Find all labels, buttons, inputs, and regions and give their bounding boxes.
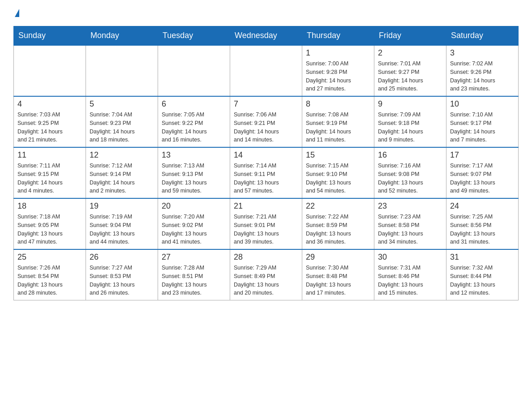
calendar-cell: 16Sunrise: 7:16 AM Sunset: 9:08 PM Dayli… <box>374 147 446 198</box>
calendar-cell: 17Sunrise: 7:17 AM Sunset: 9:07 PM Dayli… <box>446 147 519 198</box>
day-info: Sunrise: 7:16 AM Sunset: 9:08 PM Dayligh… <box>378 162 442 195</box>
calendar-cell: 20Sunrise: 7:20 AM Sunset: 9:02 PM Dayli… <box>158 198 230 249</box>
day-number: 11 <box>17 150 82 160</box>
day-info: Sunrise: 7:08 AM Sunset: 9:19 PM Dayligh… <box>306 111 370 144</box>
day-info: Sunrise: 7:11 AM Sunset: 9:15 PM Dayligh… <box>17 162 82 195</box>
day-number: 20 <box>162 201 226 211</box>
day-number: 4 <box>17 99 82 109</box>
calendar-cell: 9Sunrise: 7:09 AM Sunset: 9:18 PM Daylig… <box>374 96 446 147</box>
day-info: Sunrise: 7:01 AM Sunset: 9:27 PM Dayligh… <box>378 60 442 93</box>
day-info: Sunrise: 7:12 AM Sunset: 9:14 PM Dayligh… <box>90 162 154 195</box>
day-number: 21 <box>234 201 298 211</box>
day-number: 31 <box>450 253 515 262</box>
calendar-cell: 13Sunrise: 7:13 AM Sunset: 9:13 PM Dayli… <box>158 147 230 198</box>
day-info: Sunrise: 7:06 AM Sunset: 9:21 PM Dayligh… <box>234 111 298 144</box>
day-number: 14 <box>234 150 298 160</box>
day-info: Sunrise: 7:18 AM Sunset: 9:05 PM Dayligh… <box>17 213 82 246</box>
day-number: 1 <box>306 48 370 58</box>
day-info: Sunrise: 7:13 AM Sunset: 9:13 PM Dayligh… <box>162 162 226 195</box>
day-info: Sunrise: 7:28 AM Sunset: 8:51 PM Dayligh… <box>162 264 226 297</box>
calendar-cell: 10Sunrise: 7:10 AM Sunset: 9:17 PM Dayli… <box>446 96 519 147</box>
day-number: 18 <box>17 201 82 211</box>
day-info: Sunrise: 7:02 AM Sunset: 9:26 PM Dayligh… <box>450 60 515 93</box>
day-number: 28 <box>234 253 298 262</box>
day-number: 8 <box>306 99 370 109</box>
day-info: Sunrise: 7:30 AM Sunset: 8:48 PM Dayligh… <box>306 264 370 297</box>
weekday-header-tuesday: Tuesday <box>158 26 230 46</box>
day-info: Sunrise: 7:31 AM Sunset: 8:46 PM Dayligh… <box>378 264 442 297</box>
day-number: 9 <box>378 99 442 109</box>
day-number: 27 <box>162 253 226 262</box>
logo <box>13 9 19 17</box>
calendar-cell: 23Sunrise: 7:23 AM Sunset: 8:58 PM Dayli… <box>374 198 446 249</box>
calendar-cell <box>158 45 230 96</box>
day-info: Sunrise: 7:20 AM Sunset: 9:02 PM Dayligh… <box>162 213 226 246</box>
day-info: Sunrise: 7:27 AM Sunset: 8:53 PM Dayligh… <box>90 264 154 297</box>
calendar-cell: 26Sunrise: 7:27 AM Sunset: 8:53 PM Dayli… <box>86 249 158 300</box>
day-info: Sunrise: 7:21 AM Sunset: 9:01 PM Dayligh… <box>234 213 298 246</box>
day-info: Sunrise: 7:15 AM Sunset: 9:10 PM Dayligh… <box>306 162 370 195</box>
calendar-cell: 22Sunrise: 7:22 AM Sunset: 8:59 PM Dayli… <box>302 198 374 249</box>
calendar-cell: 14Sunrise: 7:14 AM Sunset: 9:11 PM Dayli… <box>230 147 302 198</box>
day-number: 19 <box>90 201 154 211</box>
day-info: Sunrise: 7:14 AM Sunset: 9:11 PM Dayligh… <box>234 162 298 195</box>
calendar-cell: 8Sunrise: 7:08 AM Sunset: 9:19 PM Daylig… <box>302 96 374 147</box>
day-number: 24 <box>450 201 515 211</box>
calendar-cell: 5Sunrise: 7:04 AM Sunset: 9:23 PM Daylig… <box>86 96 158 147</box>
day-info: Sunrise: 7:04 AM Sunset: 9:23 PM Dayligh… <box>90 111 154 144</box>
calendar-cell: 27Sunrise: 7:28 AM Sunset: 8:51 PM Dayli… <box>158 249 230 300</box>
calendar-cell: 11Sunrise: 7:11 AM Sunset: 9:15 PM Dayli… <box>14 147 86 198</box>
day-info: Sunrise: 7:09 AM Sunset: 9:18 PM Dayligh… <box>378 111 442 144</box>
day-info: Sunrise: 7:32 AM Sunset: 8:44 PM Dayligh… <box>450 264 515 297</box>
calendar-cell: 6Sunrise: 7:05 AM Sunset: 9:22 PM Daylig… <box>158 96 230 147</box>
day-info: Sunrise: 7:22 AM Sunset: 8:59 PM Dayligh… <box>306 213 370 246</box>
calendar-cell: 2Sunrise: 7:01 AM Sunset: 9:27 PM Daylig… <box>374 45 446 96</box>
week-row-5: 25Sunrise: 7:26 AM Sunset: 8:54 PM Dayli… <box>14 249 519 300</box>
day-info: Sunrise: 7:25 AM Sunset: 8:56 PM Dayligh… <box>450 213 515 246</box>
day-number: 2 <box>378 48 442 58</box>
day-number: 5 <box>90 99 154 109</box>
day-info: Sunrise: 7:10 AM Sunset: 9:17 PM Dayligh… <box>450 111 515 144</box>
weekday-header-monday: Monday <box>86 26 158 46</box>
day-info: Sunrise: 7:26 AM Sunset: 8:54 PM Dayligh… <box>17 264 82 297</box>
logo-triangle-icon <box>15 9 19 17</box>
day-number: 7 <box>234 99 298 109</box>
day-number: 3 <box>450 48 515 58</box>
day-number: 25 <box>17 253 82 262</box>
day-number: 12 <box>90 150 154 160</box>
week-row-1: 1Sunrise: 7:00 AM Sunset: 9:28 PM Daylig… <box>14 45 519 96</box>
calendar-cell: 21Sunrise: 7:21 AM Sunset: 9:01 PM Dayli… <box>230 198 302 249</box>
calendar-cell: 3Sunrise: 7:02 AM Sunset: 9:26 PM Daylig… <box>446 45 519 96</box>
day-number: 13 <box>162 150 226 160</box>
week-row-4: 18Sunrise: 7:18 AM Sunset: 9:05 PM Dayli… <box>14 198 519 249</box>
day-number: 23 <box>378 201 442 211</box>
day-number: 6 <box>162 99 226 109</box>
calendar-cell: 18Sunrise: 7:18 AM Sunset: 9:05 PM Dayli… <box>14 198 86 249</box>
calendar-cell: 4Sunrise: 7:03 AM Sunset: 9:25 PM Daylig… <box>14 96 86 147</box>
calendar-cell: 7Sunrise: 7:06 AM Sunset: 9:21 PM Daylig… <box>230 96 302 147</box>
calendar-cell <box>14 45 86 96</box>
calendar-cell: 24Sunrise: 7:25 AM Sunset: 8:56 PM Dayli… <box>446 198 519 249</box>
day-info: Sunrise: 7:03 AM Sunset: 9:25 PM Dayligh… <box>17 111 82 144</box>
calendar-cell: 12Sunrise: 7:12 AM Sunset: 9:14 PM Dayli… <box>86 147 158 198</box>
calendar-cell: 25Sunrise: 7:26 AM Sunset: 8:54 PM Dayli… <box>14 249 86 300</box>
week-row-3: 11Sunrise: 7:11 AM Sunset: 9:15 PM Dayli… <box>14 147 519 198</box>
weekday-header-row: SundayMondayTuesdayWednesdayThursdayFrid… <box>14 26 519 46</box>
calendar-cell <box>86 45 158 96</box>
weekday-header-saturday: Saturday <box>446 26 519 46</box>
calendar-cell: 29Sunrise: 7:30 AM Sunset: 8:48 PM Dayli… <box>302 249 374 300</box>
weekday-header-thursday: Thursday <box>302 26 374 46</box>
weekday-header-friday: Friday <box>374 26 446 46</box>
day-info: Sunrise: 7:00 AM Sunset: 9:28 PM Dayligh… <box>306 60 370 93</box>
calendar-cell: 28Sunrise: 7:29 AM Sunset: 8:49 PM Dayli… <box>230 249 302 300</box>
calendar-cell: 1Sunrise: 7:00 AM Sunset: 9:28 PM Daylig… <box>302 45 374 96</box>
day-number: 10 <box>450 99 515 109</box>
week-row-2: 4Sunrise: 7:03 AM Sunset: 9:25 PM Daylig… <box>14 96 519 147</box>
weekday-header-wednesday: Wednesday <box>230 26 302 46</box>
day-number: 29 <box>306 253 370 262</box>
calendar-cell: 19Sunrise: 7:19 AM Sunset: 9:04 PM Dayli… <box>86 198 158 249</box>
day-number: 30 <box>378 253 442 262</box>
day-number: 22 <box>306 201 370 211</box>
day-info: Sunrise: 7:19 AM Sunset: 9:04 PM Dayligh… <box>90 213 154 246</box>
day-info: Sunrise: 7:23 AM Sunset: 8:58 PM Dayligh… <box>378 213 442 246</box>
